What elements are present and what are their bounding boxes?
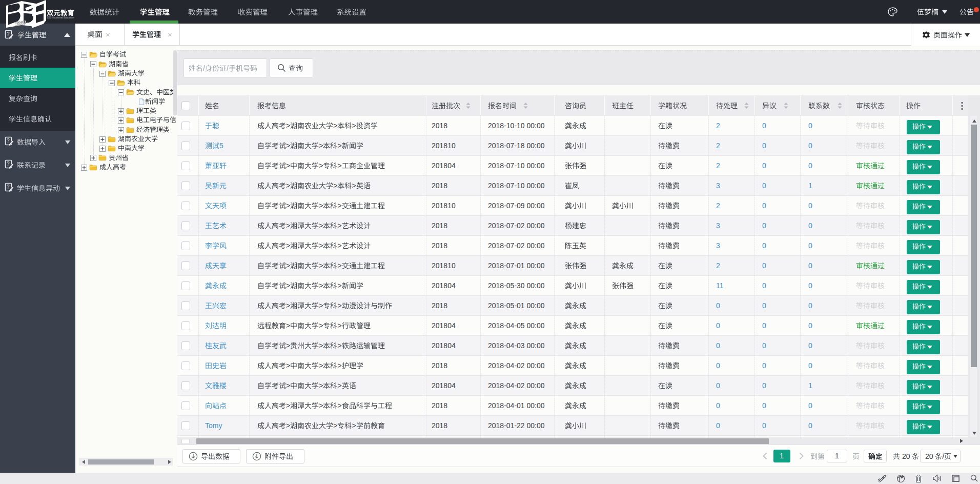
svg-text:?: ? xyxy=(7,31,10,37)
svg-text:?: ? xyxy=(7,161,10,167)
svg-text:?: ? xyxy=(7,184,10,190)
svg-text:?: ? xyxy=(7,138,10,144)
